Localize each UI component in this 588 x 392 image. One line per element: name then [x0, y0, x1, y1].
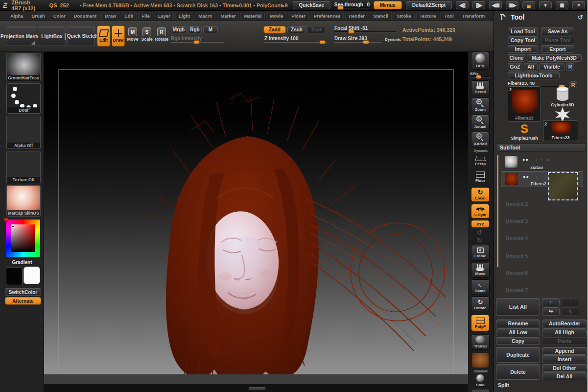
scale-mode-button[interactable]: S Scale [140, 27, 154, 42]
floor-button[interactable]: Floor [471, 170, 490, 184]
menu-tool[interactable]: Tool [441, 12, 457, 20]
switch-color-button[interactable]: SwitchColor [5, 288, 41, 296]
del-other-button[interactable]: Del Other [542, 364, 587, 372]
subtool-down-button[interactable]: ↓ [562, 298, 579, 306]
lightbox-button[interactable]: LightBox [38, 26, 66, 46]
menu-macro[interactable]: Macro [195, 12, 215, 20]
all-low-button[interactable]: All Low [496, 328, 540, 336]
insert-button[interactable]: Insert [542, 355, 587, 363]
menu-brush[interactable]: Brush [28, 12, 48, 20]
append-button[interactable]: Append [542, 347, 587, 355]
menu-edit[interactable]: Edit [121, 12, 137, 20]
stroke-thumbnail[interactable]: Dots [6, 83, 41, 114]
restore-button[interactable]: ▣ [556, 1, 568, 9]
goz-button[interactable]: GoZ [508, 63, 522, 71]
menu-light[interactable]: Light [175, 12, 193, 20]
local-button[interactable]: ↻ Local [471, 187, 490, 202]
close-button[interactable]: × [572, 1, 585, 9]
lightbox-tools-button[interactable]: Lightbox▸Tools [508, 72, 560, 79]
rotate-3d-button[interactable]: ↻ Rotate [471, 296, 490, 312]
import-button[interactable]: Import [508, 45, 538, 53]
xyz-button[interactable]: XYZ [471, 220, 490, 228]
see-through-track[interactable] [334, 7, 370, 8]
move-mode-button[interactable]: M Move [126, 27, 140, 42]
subtool-branch-button[interactable]: ↳ [562, 307, 579, 316]
menu-document[interactable]: Document [71, 12, 100, 20]
quick-sketch-button[interactable]: Quick Sketch [68, 26, 95, 46]
rgb-button[interactable]: Rgb [188, 26, 202, 33]
next-window-icon[interactable]: ▣▶ [506, 1, 518, 9]
mrgb-button[interactable]: Mrgb [171, 26, 187, 33]
delete-button[interactable]: Delete [496, 364, 540, 380]
rotate-free-icon[interactable]: ↻ [477, 237, 482, 244]
zcut-button[interactable]: Zcut [307, 26, 325, 33]
texture-thumbnail[interactable]: Texture Off [6, 151, 41, 183]
edit-mode-button[interactable]: Edit [97, 25, 110, 47]
focal-shift-nub[interactable] [348, 30, 354, 34]
zsub-button[interactable]: Zsub [287, 26, 306, 33]
prev-window-icon[interactable]: ◀▣ [489, 1, 502, 9]
tool-panel-header[interactable]: Tool ↺ [494, 11, 588, 24]
menu-movie[interactable]: Movie [266, 12, 286, 20]
xpose-button[interactable]: ↖↗↙↘ Xpose [471, 389, 490, 392]
transparency-button[interactable]: Transp [471, 334, 490, 350]
lock-icon[interactable]: ▄ [522, 1, 535, 9]
projection-master-button[interactable]: Projection Master [6, 26, 36, 46]
menu-draw[interactable]: Draw [101, 12, 119, 20]
z-intensity-nub[interactable] [319, 40, 326, 44]
menu-layer[interactable]: Layer [155, 12, 174, 20]
gradient-label[interactable]: Gradient [0, 260, 44, 265]
active-tool-thumbnail[interactable]: 2 Fibers23 [508, 86, 541, 122]
simplebrush-tool[interactable]: S SimpleBrush [508, 122, 541, 146]
subtool-section-header[interactable]: SubTool [496, 143, 586, 151]
menu-stencil[interactable]: Stencil [370, 12, 392, 20]
menu-preferences[interactable]: Preferences [310, 12, 344, 20]
menu-transform[interactable]: Transform [459, 12, 488, 20]
menu-marker[interactable]: Marker [217, 12, 239, 20]
persp-button[interactable]: Persp [471, 153, 490, 168]
load-tool-button[interactable]: Load Tool [508, 27, 538, 35]
subtool-up-button[interactable]: ↑ [542, 298, 560, 306]
zoom-button[interactable]: + Zoom [471, 98, 490, 113]
copy-tool-button[interactable]: Copy Tool [508, 36, 538, 44]
see-through-slider[interactable]: See-through 0 [334, 2, 370, 8]
scroll-button[interactable]: Scroll [471, 80, 490, 96]
polyframe-button[interactable]: PolyF [471, 315, 490, 331]
fibers-subtool-thumbnail[interactable] [505, 173, 518, 185]
aahalf-button[interactable]: ½ AAHalf [471, 132, 490, 147]
subtool-scroll-bar[interactable] [497, 155, 498, 267]
saturation-square[interactable] [11, 224, 35, 252]
make-polymesh3d-button[interactable]: Make PolyMesh3D [527, 54, 582, 62]
autoreorder-button[interactable]: AutoReorder [542, 319, 587, 327]
current-brush-thumbnail[interactable]: GroomHairToss [6, 53, 41, 81]
spix-nub[interactable] [476, 75, 481, 79]
minimize-button[interactable]: ▾ [539, 1, 552, 9]
actual-button[interactable]: 1 Actual [471, 115, 490, 130]
rotate-y-icon[interactable]: ↺ [477, 229, 482, 236]
bpr-button[interactable]: BPR [471, 52, 490, 70]
draw-size-slider[interactable]: Draw Size 393 [334, 36, 381, 43]
spix-slider[interactable]: SPix [470, 71, 491, 77]
alternate-button[interactable]: Alternate [5, 297, 41, 305]
menu-render[interactable]: Render [345, 12, 368, 20]
del-all-button[interactable]: Del All [542, 372, 587, 380]
solo-button[interactable]: Solo [471, 373, 490, 388]
menu-alpha[interactable]: Alpha [7, 12, 26, 20]
ghost-button[interactable] [471, 352, 490, 368]
alpha-thumbnail[interactable]: Alpha Off [6, 116, 41, 149]
see-through-nub[interactable] [337, 6, 344, 10]
head-subtool-thumbnail[interactable] [505, 156, 517, 168]
color-picker[interactable] [6, 220, 40, 257]
paste-tool-button[interactable]: Paste Tool [541, 36, 574, 44]
zadd-button[interactable]: Zadd [263, 26, 286, 33]
visibility-eye-icon[interactable]: ●● [523, 174, 529, 179]
draw-size-nub[interactable] [363, 40, 369, 44]
menu-material[interactable]: Material [240, 12, 265, 20]
reset-palette-icon[interactable]: ↺ [578, 14, 583, 21]
subtool-preview-box[interactable] [548, 172, 578, 200]
scale-3d-button[interactable]: ↔ Scale [471, 279, 490, 295]
rgb-intensity-nub[interactable] [193, 40, 200, 44]
subtool-paste-button[interactable]: Paste [542, 337, 587, 345]
tray-resize-grip[interactable] [249, 387, 265, 390]
main-color-swatch[interactable] [6, 268, 23, 285]
